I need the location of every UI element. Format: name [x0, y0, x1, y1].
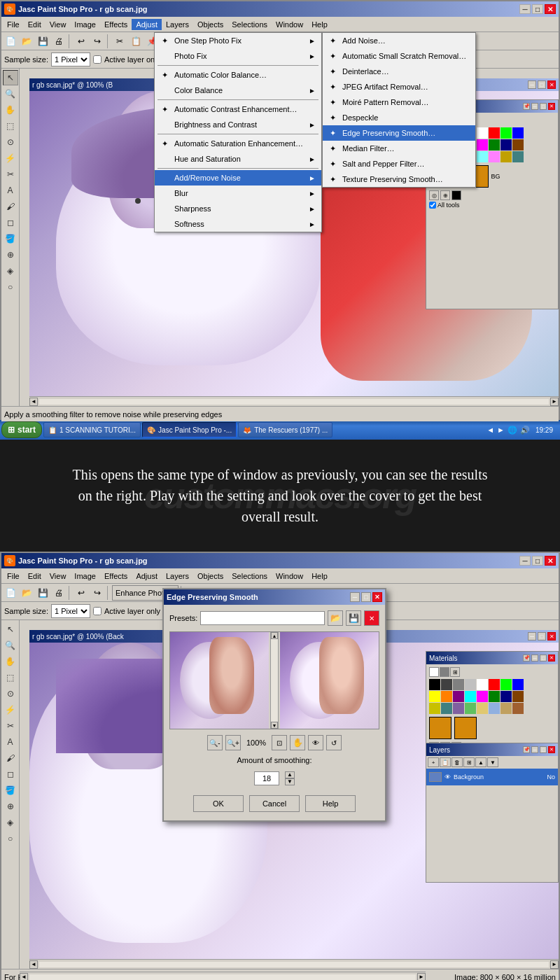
menu-window[interactable]: Window [272, 19, 307, 30]
mat-pin-b[interactable]: 📌 [523, 654, 530, 662]
maximize-button-bottom[interactable]: □ [532, 556, 543, 566]
menu-effects-bottom[interactable]: Effects [100, 570, 132, 582]
menu-file[interactable]: File [3, 19, 24, 30]
cb-11[interactable] [453, 691, 464, 702]
submenu-despeckle[interactable]: ✦ Despeckle [323, 110, 475, 125]
redo-btn-b[interactable]: ↪ [90, 585, 105, 601]
print-button[interactable]: 🖨 [51, 34, 66, 49]
color-lightmagenta[interactable] [489, 151, 500, 162]
tool-pan-b[interactable]: ✋ [3, 654, 18, 669]
menu-brightness[interactable]: Brightness and Contrast ► [155, 117, 321, 132]
start-button-top[interactable]: ⊞ start [1, 421, 42, 438]
mat-max[interactable]: □ [540, 103, 547, 110]
submenu-scratch[interactable]: ✦ Automatic Small Scratch Removal… [323, 48, 475, 64]
mat-min-b[interactable]: ─ [531, 654, 538, 662]
submenu-jpeg[interactable]: ✦ JPEG Artifact Removal… [323, 79, 475, 94]
menu-view[interactable]: View [46, 19, 71, 30]
cb-8[interactable] [512, 679, 524, 690]
color-tool2[interactable]: ⊕ [440, 190, 450, 200]
layers-up[interactable]: ▲ [475, 757, 486, 767]
cb-19[interactable] [453, 703, 464, 714]
doc-close[interactable]: ✕ [547, 80, 556, 89]
smoothing-input[interactable]: 18 [254, 771, 279, 785]
menu-auto-contrast[interactable]: ✦ Automatic Contrast Enhancement… [155, 102, 321, 117]
redo-button[interactable]: ↪ [90, 34, 105, 49]
mat-pin[interactable]: 📌 [523, 103, 530, 110]
menu-objects-bottom[interactable]: Objects [193, 570, 227, 582]
cb-7[interactable] [500, 679, 512, 690]
tool-paint[interactable]: 🖌 [3, 199, 18, 214]
print-btn-b[interactable]: 🖨 [51, 585, 66, 601]
h-scroll-main-b[interactable]: ◄ ► [20, 972, 426, 980]
mat-close-b[interactable]: ✕ [548, 654, 555, 662]
layer-background-row[interactable]: 👁 Backgroun No [426, 769, 558, 785]
menu-auto-color[interactable]: ✦ Automatic Color Balance… [155, 67, 321, 83]
copy-button[interactable]: 📋 [128, 34, 144, 49]
cb-20[interactable] [465, 703, 476, 714]
tool-pan[interactable]: ✋ [3, 102, 18, 118]
menu-effects[interactable]: Effects [100, 19, 132, 30]
mat-max-b[interactable]: □ [540, 654, 547, 662]
layers-new[interactable]: + [428, 757, 439, 767]
layers-close[interactable]: ✕ [548, 746, 555, 753]
tool-eraser-b[interactable]: ◻ [3, 766, 18, 782]
tool-paint-b[interactable]: 🖌 [3, 750, 18, 766]
fit-window-btn[interactable]: ⊡ [272, 735, 287, 750]
menu-objects[interactable]: Objects [193, 19, 227, 30]
cb-15[interactable] [500, 691, 512, 702]
submenu-salt-pepper[interactable]: ✦ Salt and Pepper Filter… [323, 156, 475, 172]
mat-min[interactable]: ─ [531, 103, 538, 110]
tool-crop[interactable]: ✂ [3, 167, 18, 182]
scroll-right-b[interactable]: ► [550, 960, 559, 969]
menu-adjust[interactable]: Adjust [132, 19, 162, 30]
menu-edit[interactable]: Edit [24, 19, 46, 30]
cb-21[interactable] [477, 703, 488, 714]
scroll-left-b[interactable]: ◄ [29, 960, 38, 969]
save-btn-b[interactable]: 💾 [35, 585, 50, 601]
menu-layers[interactable]: Layers [162, 19, 193, 30]
pan-btn[interactable]: ✋ [290, 735, 305, 750]
menu-photo-fix[interactable]: Photo Fix ► [155, 48, 321, 64]
layers-max[interactable]: □ [540, 746, 547, 753]
cb-23[interactable] [500, 703, 512, 714]
menu-file-bottom[interactable]: File [3, 570, 24, 582]
doc-minimize[interactable]: ─ [528, 80, 536, 89]
menu-one-step[interactable]: ✦ One Step Photo Fix ► [155, 33, 321, 48]
cb-10[interactable] [441, 691, 452, 702]
cb-16[interactable] [512, 691, 524, 702]
preview-scroll-down[interactable]: ▼ [271, 722, 278, 729]
menu-auto-sat[interactable]: ✦ Automatic Saturation Enhancement… [155, 136, 321, 151]
taskbar-item-scanning[interactable]: 📋 1 SCANNING TUTORI... [43, 422, 141, 438]
tool-text[interactable]: A [3, 183, 18, 198]
color-teal[interactable] [512, 151, 524, 162]
tool-arrow[interactable]: ↖ [3, 70, 18, 85]
spin-down[interactable]: ▼ [285, 778, 295, 785]
layers-copy[interactable]: 📋 [440, 757, 451, 767]
layers-min[interactable]: ─ [531, 746, 538, 753]
layers-pin[interactable]: 📌 [523, 746, 530, 753]
main-scroll-l-b[interactable]: ◄ [20, 973, 28, 981]
cb-9[interactable] [429, 691, 440, 702]
nav-right-top[interactable]: ► [497, 426, 505, 434]
tool-text-b[interactable]: A [3, 734, 18, 750]
menu-hue-sat[interactable]: Hue and Saturation ► [155, 151, 321, 167]
all-tools-checkbox[interactable] [429, 202, 436, 209]
cb-18[interactable] [441, 703, 452, 714]
zoom-out-btn[interactable]: 🔍- [207, 735, 223, 750]
maximize-button[interactable]: □ [532, 4, 543, 14]
cb-5[interactable] [477, 679, 488, 690]
mat-t3b[interactable]: ⊞ [450, 667, 460, 677]
cancel-button[interactable]: Cancel [249, 795, 300, 812]
close-button-bottom[interactable]: ✕ [545, 556, 556, 566]
tool-dodge[interactable]: ○ [3, 279, 18, 295]
color-green[interactable] [500, 127, 512, 139]
active-layer-cb-b[interactable] [93, 607, 102, 615]
close-button[interactable]: ✕ [545, 4, 556, 14]
fg-color-b[interactable] [429, 717, 451, 739]
presets-delete[interactable]: ✕ [364, 610, 379, 626]
tool-sharpen-b[interactable]: ◈ [3, 815, 18, 830]
scroll-right[interactable]: ► [550, 398, 559, 406]
undo-btn-b[interactable]: ↩ [74, 585, 89, 601]
menu-window-bottom[interactable]: Window [272, 570, 307, 582]
doc-min-b[interactable]: ─ [528, 632, 536, 640]
